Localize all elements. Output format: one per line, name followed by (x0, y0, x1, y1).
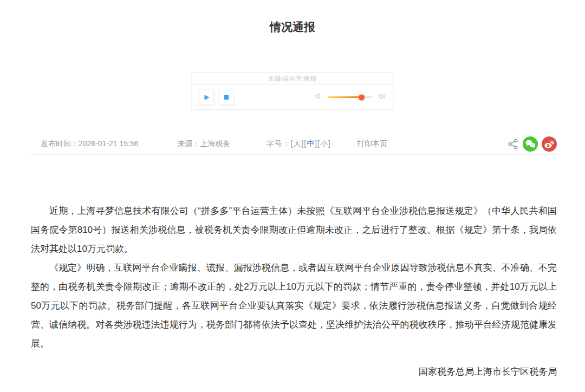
volume-slider-fill (328, 96, 362, 98)
font-size-label: 字号： (266, 139, 291, 148)
stop-icon (224, 95, 229, 100)
meta-bar: 发布时间：2026-01-21 15:56 来源：上海税务 字号：[大][中][… (30, 133, 557, 155)
article-paragraph-2: 《规定》明确，互联网平台企业瞒报、谎报、漏报涉税信息，或者因互联网平台企业原因导… (31, 258, 557, 353)
font-size-large[interactable]: 大 (293, 139, 301, 148)
audio-player-label: 无障碍语音播报 (268, 74, 317, 83)
volume-control (315, 92, 387, 103)
play-icon (204, 95, 209, 100)
print-page-button[interactable]: 打印本页 (357, 139, 387, 149)
weibo-icon[interactable] (542, 136, 557, 152)
audio-player-controls (192, 85, 394, 109)
share-buttons (507, 136, 557, 152)
bracket: ] (328, 139, 331, 148)
publish-time-value: 2026-01-21 15:56 (79, 139, 139, 148)
speaker-volume-icon[interactable] (378, 92, 387, 103)
audio-player-header: 无障碍语音播报 (192, 73, 394, 85)
volume-slider[interactable] (328, 96, 373, 98)
volume-slider-thumb[interactable] (359, 94, 365, 100)
wechat-icon[interactable] (523, 136, 538, 152)
article-signature: 国家税务总局上海市长宁区税务局 (31, 362, 557, 381)
article-body: 近期，上海寻梦信息技术有限公司（“拼多多”平台运营主体）未按照《互联网平台企业涉… (31, 201, 557, 392)
article-paragraph-1: 近期，上海寻梦信息技术有限公司（“拼多多”平台运营主体）未按照《互联网平台企业涉… (31, 201, 557, 258)
font-size-small[interactable]: 小 (320, 139, 328, 148)
source-value: 上海税务 (200, 139, 231, 148)
publish-time: 发布时间：2026-01-21 15:56 (41, 139, 139, 149)
source-label: 来源： (178, 139, 200, 148)
publish-time-label: 发布时间： (41, 139, 79, 148)
font-size-medium[interactable]: 中 (307, 139, 315, 148)
audio-player: 无障碍语音播报 (191, 72, 394, 110)
share-network-icon[interactable] (507, 138, 519, 150)
source: 来源：上海税务 (178, 139, 231, 149)
stop-button[interactable] (219, 90, 234, 105)
page-title: 情况通报 (0, 19, 585, 35)
font-size-switcher: 字号：[大][中][小] (266, 139, 331, 149)
play-button[interactable] (199, 90, 214, 105)
article-date: 2026年1月21日 (31, 389, 557, 392)
speaker-mute-icon[interactable] (315, 92, 323, 102)
